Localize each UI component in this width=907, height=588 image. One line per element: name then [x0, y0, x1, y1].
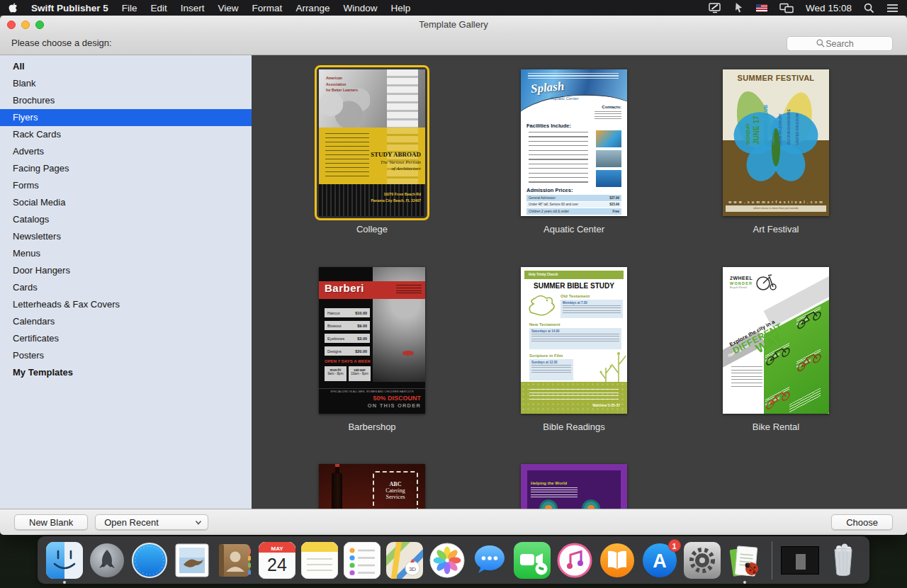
dock-trash-icon[interactable] — [825, 542, 862, 579]
template-barbershop[interactable]: Barberi Haircut $10.00 Blowout $9.00 Eye… — [319, 267, 425, 414]
barber-price-row: Haircut $10.00 — [325, 308, 370, 317]
choose-button[interactable]: Choose — [831, 514, 893, 530]
sidebar-item-posters[interactable]: Posters — [0, 347, 252, 364]
menu-arrange[interactable]: Arrange — [295, 3, 329, 13]
displays-icon[interactable] — [779, 3, 794, 13]
dock-safari-icon[interactable] — [131, 542, 168, 579]
menu-view[interactable]: View — [218, 3, 239, 13]
sidebar-item-facing-pages[interactable]: Facing Pages — [0, 160, 252, 177]
price-label: Under 48" tall, Seniors 60 and over — [529, 203, 578, 206]
barber-price-row: Blowout $9.00 — [325, 321, 370, 330]
bible-section-new-testament: New Testament — [529, 322, 560, 327]
bible-church-band: Holy Trinity Church — [524, 271, 624, 279]
dock-launchpad-icon[interactable] — [89, 542, 125, 579]
sidebar-item-catalogs[interactable]: Catalogs — [0, 211, 252, 228]
art-url: w w w . s u m m e r f e s t i v a l . c … — [723, 200, 829, 204]
minimize-window-button[interactable] — [21, 21, 30, 29]
dock-calendar-icon[interactable]: MAY 24 — [259, 542, 295, 579]
sidebar-item-calendars[interactable]: Calendars — [0, 313, 252, 330]
sidebar-item-brochures[interactable]: Brochures — [0, 92, 252, 109]
dock-messages-icon[interactable] — [471, 542, 508, 579]
dock-minimized-window[interactable] — [781, 546, 819, 575]
sidebar-item-menus[interactable]: Menus — [0, 245, 252, 262]
template-label-college: College — [301, 224, 443, 234]
notification-center-icon[interactable] — [886, 4, 898, 13]
aquatic-facilities-heading: Facilities Include: — [526, 123, 571, 129]
template-bike-rental[interactable]: $9.50/day $14.50/day $12.50/day — [723, 267, 829, 414]
menu-help[interactable]: Help — [390, 3, 410, 13]
bible-dove-icon — [525, 291, 558, 321]
template-helping-the-world[interactable]: Helping the World — [521, 464, 627, 509]
title-bar[interactable]: Template Gallery — [0, 16, 907, 34]
sidebar-item-my-templates[interactable]: My Templates — [0, 364, 252, 381]
price-value: $3.00 — [357, 337, 367, 341]
sidebar-item-cards[interactable]: Cards — [0, 279, 252, 296]
aquatic-price-row: Under 48" tall, Seniors 60 and over $23.… — [526, 202, 621, 208]
dock-reminders-icon[interactable] — [344, 542, 381, 579]
sidebar-item-forms[interactable]: Forms — [0, 177, 252, 194]
dock-maps-icon[interactable]: 3D — [386, 542, 423, 579]
template-label-bible: Bible Readings — [503, 422, 645, 432]
barber-discount-sub: ON THIS ORDER — [368, 402, 421, 409]
dock-facetime-icon[interactable] — [514, 542, 551, 579]
spotlight-icon[interactable] — [864, 3, 874, 13]
template-art-festival[interactable]: MONDAY JUNE 17 MIDNIGHT CLUB Canterbury … — [723, 69, 829, 216]
dock-app-store-icon[interactable]: A 1 — [641, 542, 678, 579]
sidebar-item-letterheads[interactable]: Letterheads & Fax Covers — [0, 296, 252, 313]
sidebar-item-certificates[interactable]: Certificates — [0, 330, 252, 347]
open-recent-dropdown[interactable]: Open Recent — [95, 514, 208, 530]
price-label: Children 2 years old & under — [529, 210, 569, 213]
college-pisa-tower — [387, 69, 418, 128]
template-aquatic-center[interactable]: Splash Aquatic Center Contacts: Faciliti… — [521, 69, 627, 216]
dock-system-preferences-icon[interactable] — [684, 542, 721, 579]
bible-title: SUMMER BIBLE STUDY — [521, 282, 627, 290]
dock-notes-icon[interactable] — [301, 542, 338, 579]
menu-edit[interactable]: Edit — [151, 3, 167, 13]
menu-format[interactable]: Format — [252, 3, 283, 13]
art-title: SUMMER FESTIVAL — [723, 74, 829, 82]
menu-app-name[interactable]: Swift Publisher 5 — [31, 3, 108, 13]
template-bible-readings[interactable]: Holy Trinity Church SUMMER BIBLE STUDY O… — [521, 267, 627, 414]
dock-swift-publisher-icon[interactable] — [726, 542, 763, 579]
sidebar-item-adverts[interactable]: Adverts — [0, 143, 252, 160]
sidebar-item-door-hangers[interactable]: Door Hangers — [0, 262, 252, 279]
barber-hours-weekend: sat-sun 10am - 6pm — [349, 366, 371, 381]
new-blank-button[interactable]: New Blank — [14, 514, 88, 530]
pointer-icon[interactable] — [733, 2, 744, 13]
art-line-buckinghamshire: BUCKINGHAMSHIRE — [787, 84, 791, 145]
aquatic-facility-lines — [529, 132, 588, 184]
dock-finder-icon[interactable] — [46, 542, 83, 579]
zoom-window-button[interactable] — [35, 21, 44, 29]
menu-insert[interactable]: Insert — [181, 3, 205, 13]
dock-mail-icon[interactable] — [174, 542, 210, 579]
dock: MAY 24 3D — [38, 536, 869, 584]
input-source-us-flag-icon[interactable] — [756, 4, 767, 12]
template-college[interactable]: American Association for Better Learners… — [319, 69, 425, 216]
menu-file[interactable]: File — [122, 3, 137, 13]
template-catering[interactable]: ABC Catering Services — [319, 464, 425, 509]
menu-window[interactable]: Window — [343, 3, 377, 13]
display-pencil-icon[interactable] — [709, 2, 721, 13]
dock-contacts-icon[interactable] — [216, 542, 253, 579]
close-window-button[interactable] — [7, 21, 16, 29]
menu-bar: Swift Publisher 5 File Edit Insert View … — [0, 0, 907, 16]
sidebar-item-blank[interactable]: Blank — [0, 75, 252, 92]
college-bullet-lines — [325, 133, 369, 179]
search-input[interactable] — [787, 36, 893, 51]
aquatic-intro-lines — [528, 73, 619, 80]
dock-photos-icon[interactable] — [429, 542, 466, 579]
dock-itunes-icon[interactable] — [556, 542, 593, 579]
sidebar-item-rack-cards[interactable]: Rack Cards — [0, 126, 252, 143]
sidebar-item-all[interactable]: All — [0, 58, 252, 75]
apple-menu-icon[interactable] — [9, 2, 18, 13]
dock-ibooks-icon[interactable] — [599, 542, 636, 579]
menu-clock[interactable]: Wed 15:08 — [806, 3, 852, 13]
bible-time: Saturdays at 14.00 — [531, 329, 560, 333]
sidebar-item-social-media[interactable]: Social Media — [0, 194, 252, 211]
sidebar-item-newsletters[interactable]: Newsletters — [0, 228, 252, 245]
barber-brand: Barberi — [325, 282, 364, 294]
bible-quote-lines — [529, 389, 619, 400]
catering-bottle-foil — [335, 464, 339, 467]
sidebar-item-flyers[interactable]: Flyers — [0, 109, 252, 126]
chevron-down-icon — [195, 520, 202, 525]
